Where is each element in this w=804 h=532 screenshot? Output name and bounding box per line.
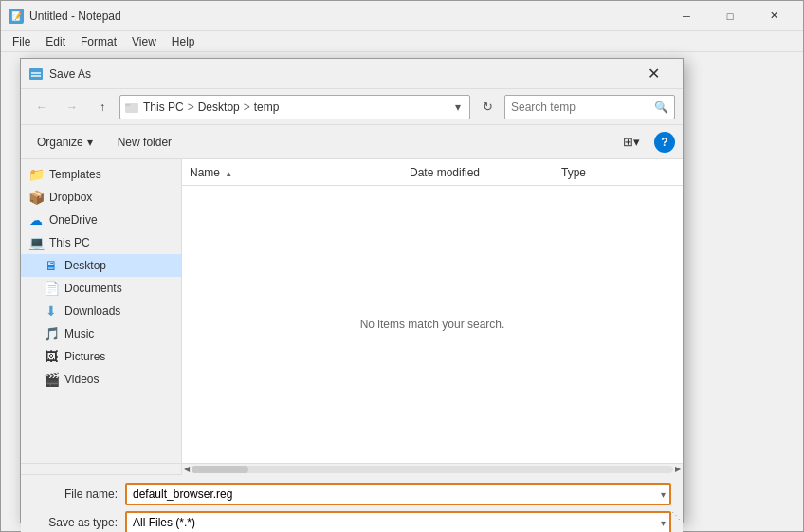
dialog-close-button[interactable]: ✕ [631,60,675,88]
dialog-content: 📁 Templates 📦 Dropbox ☁ OneDrive 💻 This … [21,159,683,463]
new-folder-button[interactable]: New folder [109,132,180,153]
sidebar-item-this-pc[interactable]: 💻 This PC [21,231,181,254]
sidebar-item-documents[interactable]: 📄 Documents [21,277,181,300]
notepad-window: 📝 Untitled - Notepad ─ □ ✕ File Edit For… [0,0,804,532]
savetype-input-wrapper: All Files (*.*) Text Documents (*.txt) ▾ [125,511,671,532]
path-temp: temp [254,101,280,114]
view-button[interactable]: ⊞ ▾ [616,130,647,155]
empty-message: No items match your search. [360,318,505,331]
svg-rect-1 [31,72,41,74]
path-part-1 [124,100,141,115]
sidebar-label-documents: Documents [64,282,122,295]
scroll-container: ◀ ▶ [21,463,683,474]
column-name[interactable]: Name ▲ [190,166,410,179]
notepad-titlebar: 📝 Untitled - Notepad ─ □ ✕ [1,1,803,31]
downloads-icon: ⬇ [44,303,59,319]
notepad-title: Untitled - Notepad [29,9,665,23]
address-path: This PC > Desktop > temp [124,100,450,115]
forward-button[interactable]: → [59,95,85,119]
music-icon: 🎵 [44,326,59,341]
save-as-dialog: Save As ✕ ← → ↑ This PC > Desktop > temp [20,58,684,523]
pictures-icon: 🖼 [44,349,59,364]
menu-edit[interactable]: Edit [38,33,73,50]
scroll-right-button[interactable]: ▶ [673,465,683,473]
templates-icon: 📁 [28,167,44,182]
menu-file[interactable]: File [5,33,38,50]
sidebar-label-music: Music [64,327,94,340]
menu-view[interactable]: View [124,33,164,50]
onedrive-icon: ☁ [28,212,44,228]
dropbox-icon: 📦 [28,190,44,205]
filename-input[interactable] [125,483,671,505]
file-list-body: No items match your search. [182,186,683,463]
savetype-label: Save as type: [32,516,118,529]
refresh-button[interactable]: ↻ [474,95,501,119]
navigation-toolbar: ← → ↑ This PC > Desktop > temp ▾ ↻ [21,89,683,125]
sort-indicator: ▲ [225,170,232,178]
dialog-bottom-form: File name: ▾ Save as type: All Files (*.… [21,474,683,532]
sidebar-label-pictures: Pictures [64,350,105,363]
dialog-title: Save As [49,67,631,81]
menu-help[interactable]: Help [164,33,203,50]
resize-grip[interactable]: ⋱ [669,508,683,522]
savetype-select[interactable]: All Files (*.*) Text Documents (*.txt) [125,511,671,532]
savetype-dropdown-icon: ▾ [661,518,666,528]
desktop-icon: 🖥 [44,258,59,273]
maximize-button[interactable]: □ [708,1,752,31]
column-type-label: Type [561,166,586,179]
sidebar-item-music[interactable]: 🎵 Music [21,322,181,345]
organize-button[interactable]: Organize ▾ [28,132,101,153]
window-controls: ─ □ ✕ [665,1,795,31]
notepad-menu: File Edit Format View Help [1,31,803,52]
sidebar-item-onedrive[interactable]: ☁ OneDrive [21,209,181,231]
this-pc-icon: 💻 [28,235,44,250]
sidebar-item-downloads[interactable]: ⬇ Downloads [21,300,181,322]
view-controls: ⊞ ▾ [616,130,647,155]
menu-format[interactable]: Format [73,33,124,50]
sidebar-item-videos[interactable]: 🎬 Videos [21,368,181,391]
filename-input-wrapper: ▾ [125,483,671,505]
scrollbar-thumb[interactable] [192,466,248,473]
column-date[interactable]: Date modified [410,166,561,179]
organize-toolbar: Organize ▾ New folder ⊞ ▾ ? [21,125,683,159]
sidebar-label-dropbox: Dropbox [49,191,92,204]
sidebar-label-downloads: Downloads [64,304,120,318]
address-bar: This PC > Desktop > temp ▾ [119,95,470,119]
organize-label: Organize [37,136,83,149]
sidebar: 📁 Templates 📦 Dropbox ☁ OneDrive 💻 This … [21,159,182,463]
filename-dropdown-icon: ▾ [661,489,666,500]
h-scrollbar[interactable]: ◀ ▶ [182,464,683,475]
address-dropdown[interactable]: ▾ [450,96,466,119]
notepad-icon: 📝 [9,9,24,24]
path-desktop: Desktop [198,101,240,114]
svg-marker-4 [125,104,131,106]
sidebar-item-templates[interactable]: 📁 Templates [21,163,181,186]
file-list: Name ▲ Date modified Type No items match… [182,159,683,463]
filename-row: File name: ▾ [32,483,671,505]
search-box: 🔍 [504,95,675,119]
sidebar-item-dropbox[interactable]: 📦 Dropbox [21,186,181,209]
sidebar-label-this-pc: This PC [49,236,90,249]
path-this-pc: This PC [143,101,184,114]
up-button[interactable]: ↑ [89,95,116,119]
close-button[interactable]: ✕ [752,1,795,31]
sidebar-label-videos: Videos [64,373,99,386]
search-input[interactable] [511,101,654,114]
sidebar-item-desktop[interactable]: 🖥 Desktop [21,254,181,277]
minimize-button[interactable]: ─ [665,1,708,31]
dialog-titlebar: Save As ✕ [21,59,683,89]
savetype-row: Save as type: All Files (*.*) Text Docum… [32,511,671,532]
sidebar-item-pictures[interactable]: 🖼 Pictures [21,345,181,368]
column-type[interactable]: Type [561,166,675,179]
videos-icon: 🎬 [44,372,59,387]
file-list-header: Name ▲ Date modified Type [182,159,683,186]
dialog-icon [28,66,44,82]
filename-label: File name: [32,487,118,501]
back-button[interactable]: ← [28,95,55,119]
sidebar-label-templates: Templates [49,168,101,181]
view-icon: ⊞ [623,135,633,149]
scrollbar-track [192,466,673,473]
scroll-left-button[interactable]: ◀ [182,465,192,473]
help-button[interactable]: ? [654,132,675,153]
search-icon: 🔍 [654,101,668,114]
